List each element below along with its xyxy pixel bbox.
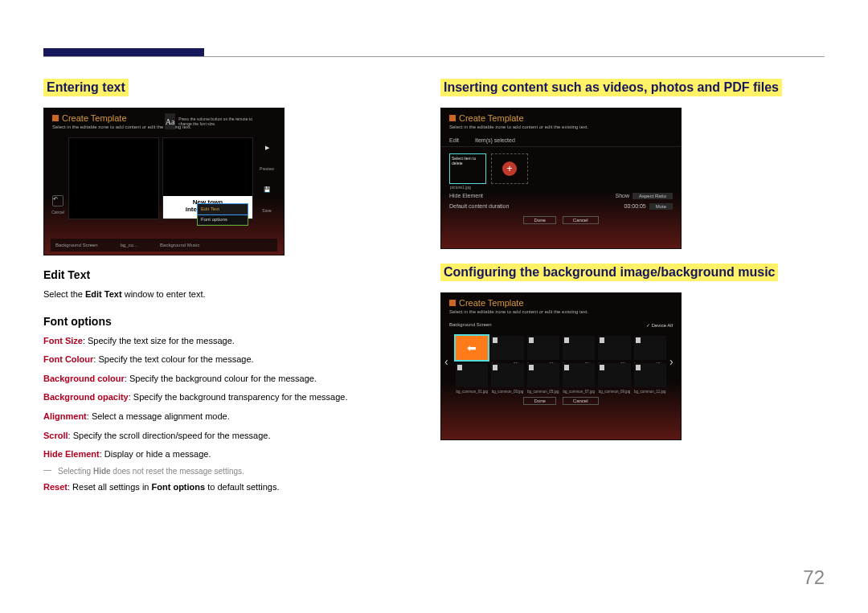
done-button[interactable]: Done — [523, 397, 555, 405]
subhead-font-options: Font options — [43, 315, 421, 328]
bb-bg-value: bg_co... — [121, 243, 137, 247]
r2r: 00:00:05 — [624, 203, 646, 209]
ss3-title: Create Template — [441, 293, 681, 308]
thumb-item[interactable] — [491, 336, 523, 360]
nb: Hide — [93, 467, 111, 476]
save-icon[interactable]: 💾 — [264, 186, 271, 193]
thumb-selected[interactable]: ⬅ — [456, 336, 488, 360]
rp: to default settings. — [205, 482, 279, 492]
ss2-subtitle: Select in the editable zone to add conte… — [441, 123, 681, 134]
opt-alignment: Alignment: Select a message alignment mo… — [43, 410, 421, 424]
thumb-item[interactable] — [563, 363, 595, 387]
r2l: Default content duration — [449, 203, 509, 209]
opt-scroll: Scroll: Specify the scroll direction/spe… — [43, 429, 421, 443]
save-label: Save — [262, 208, 271, 213]
ss1-right-side: ▶ Preview 💾 Save — [256, 137, 277, 219]
d2: : Specify the background colour for the … — [125, 374, 317, 383]
screenshot-edit-text: Create Template Select in the editable z… — [43, 108, 285, 255]
ss2-selected: Item(s) selected — [475, 137, 515, 143]
nc: does not reset the message settings. — [111, 467, 244, 476]
heading-inserting-content: Inserting content such as videos, photos… — [440, 79, 782, 96]
heading-configuring-bg: Configuring the background image/backgro… — [440, 264, 778, 281]
done-button[interactable]: Done — [523, 216, 555, 224]
thumb-item[interactable] — [491, 363, 523, 387]
rb: Font options — [152, 482, 206, 492]
menu-font-options[interactable]: Font options — [198, 215, 248, 225]
r1l: Hide Element — [449, 193, 483, 198]
screenshot-insert-content: Create Template Select in the editable z… — [440, 108, 682, 249]
t1c: window to enter text. — [122, 289, 206, 299]
ss2-title-text: Create Template — [459, 113, 524, 123]
thumb-item[interactable] — [527, 363, 559, 387]
thumb-item[interactable] — [634, 336, 666, 360]
ss1-bottom-bar: Background Screen bg_co... Background Mu… — [51, 239, 277, 251]
preview-label: Preview — [260, 166, 274, 171]
k4: Alignment — [43, 411, 87, 421]
thumb-item[interactable] — [598, 363, 630, 387]
r1r: Show — [616, 193, 630, 198]
hide-note: Selecting Hide does not reset the messag… — [58, 467, 421, 476]
k6: Hide Element — [43, 449, 100, 459]
k1: Font Colour — [43, 354, 93, 364]
k5: Scroll — [43, 431, 68, 440]
slot-file: picture1.jpg — [450, 185, 471, 190]
thumb-item[interactable] — [456, 363, 488, 387]
header-rule — [43, 56, 825, 57]
slot-add[interactable]: + — [491, 153, 528, 184]
left-column: Entering text Create Template Select in … — [43, 79, 421, 499]
opt-reset: Reset: Reset all settings in Font option… — [43, 480, 421, 495]
d1: : Specify the text colour for the messag… — [93, 354, 253, 364]
opt-bg-opacity: Background opacity: Specify the backgrou… — [43, 390, 421, 405]
page-number: 72 — [803, 566, 825, 589]
bb-bg-screen[interactable]: Background Screen — [55, 243, 98, 247]
ss1-left-side: ↶ Cancel — [51, 137, 65, 219]
header-accent — [43, 48, 204, 56]
slot-selected[interactable]: Select item to delete picture1.jpg — [449, 153, 486, 184]
preview-icon[interactable]: ▶ — [265, 145, 269, 151]
back-icon[interactable]: ↶ — [52, 195, 63, 206]
k3: Background opacity — [43, 392, 129, 402]
d6: : Display or hide a message. — [100, 449, 211, 459]
bb-bg-music[interactable]: Background Music — [160, 243, 199, 247]
opt-hide: Hide Element: Display or hide a message. — [43, 447, 421, 462]
chip-mute[interactable]: Mute — [649, 203, 673, 210]
aa-icon: Aa — [165, 113, 175, 129]
cancel-button[interactable]: Cancel — [563, 397, 599, 405]
ss2-edit-row: Edit Item(s) selected — [441, 134, 681, 147]
ss2-slots: Select item to delete picture1.jpg + — [441, 147, 681, 190]
ss3-title-text: Create Template — [459, 298, 524, 308]
opt-font-size: Font Size: Specify the text size for the… — [43, 334, 421, 349]
d4: : Select a message alignment mode. — [87, 411, 230, 421]
thumb-item[interactable] — [598, 336, 630, 360]
thumb-item[interactable] — [634, 363, 666, 387]
ss3-device[interactable]: Device All — [652, 323, 673, 328]
opt-font-colour: Font Colour: Specify the text colour for… — [43, 353, 421, 367]
menu-edit-text[interactable]: Edit Text — [198, 204, 248, 215]
chip-aspect[interactable]: Aspect Ratio — [633, 193, 673, 199]
grid-wrap: ‹ › ⬅ — [441, 331, 681, 392]
ss1-title-text: Create Template — [62, 113, 127, 123]
plus-icon[interactable]: + — [502, 161, 517, 176]
k2: Background colour — [43, 374, 125, 383]
heading-entering-text: Entering text — [43, 79, 129, 96]
right-column: Inserting content such as videos, photos… — [440, 79, 826, 440]
aa-hint-text: Press the volume button on the remote to… — [178, 116, 253, 126]
thumb-item[interactable] — [563, 336, 595, 360]
thumbnail-grid: ⬅ — [441, 331, 681, 392]
panel-1[interactable] — [68, 137, 159, 219]
context-menu[interactable]: Edit Text Font options — [197, 203, 248, 226]
ss3-buttons: Done Cancel — [441, 392, 681, 410]
cancel-label: Cancel — [51, 210, 64, 215]
cancel-button[interactable]: Cancel — [563, 216, 599, 224]
edit-text-desc: Select the Edit Text window to enter tex… — [43, 288, 421, 302]
ss3-tab[interactable]: Background Screen — [449, 322, 492, 328]
rk: Reset — [43, 482, 68, 492]
ss2-edit[interactable]: Edit — [449, 137, 459, 143]
t1b: Edit Text — [85, 289, 122, 299]
ss3-subtitle: Select in the editable zone to add conte… — [441, 308, 681, 319]
thumb-item[interactable] — [527, 336, 559, 360]
rm: : Reset all settings in — [68, 482, 152, 492]
k0: Font Size — [43, 336, 83, 345]
ss2-buttons: Done Cancel — [441, 211, 681, 229]
d3: : Specify the background transparency fo… — [129, 392, 348, 402]
